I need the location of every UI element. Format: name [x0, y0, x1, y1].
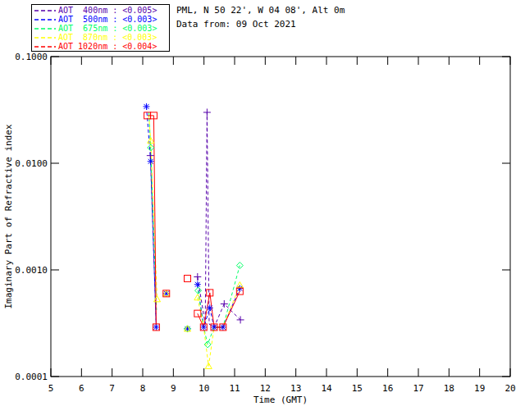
x-tick-label: 13: [290, 383, 301, 394]
marker-asterisk: [148, 158, 154, 165]
legend-entry: AOT 1020nm : <0.004>: [34, 42, 169, 51]
y-tick-label: 0.1000: [15, 52, 48, 62]
x-tick-label: 5: [48, 383, 54, 394]
x-tick-label: 7: [109, 383, 115, 394]
site-info-line: PML, N 50 22', W 04 08', Alt 0m: [176, 3, 345, 17]
x-tick-label: 6: [79, 383, 84, 394]
y-tick-label: 0.0100: [15, 158, 48, 169]
x-tick-label: 11: [229, 383, 240, 394]
marker-asterisk: [194, 281, 201, 288]
marker-asterisk: [211, 324, 217, 331]
legend-line-swatch: [34, 8, 56, 13]
legend-entry: AOT 400nm : <0.005>: [34, 6, 169, 15]
marker-plus: [194, 273, 201, 281]
x-tick-label: 12: [260, 383, 271, 394]
plot-canvas: 5678910111213141516171819200.10000.01000…: [0, 0, 525, 420]
y-tick-label: 0.0001: [15, 372, 48, 382]
legend-label: AOT 870nm : <0.003>: [58, 33, 157, 42]
marker-plus: [237, 316, 244, 323]
plot-header: PML, N 50 22', W 04 08', Alt 0m Data fro…: [176, 3, 345, 31]
legend-entry: AOT 870nm : <0.003>: [34, 33, 169, 42]
x-axis-label: Time (GMT): [253, 395, 308, 405]
x-tick-label: 9: [171, 383, 176, 394]
legend-line-swatch: [34, 17, 56, 22]
x-tick-label: 17: [413, 383, 423, 394]
legend-box: AOT 400nm : <0.005>AOT 500nm : <0.003>AO…: [31, 4, 170, 52]
plot-frame: [51, 57, 510, 377]
x-tick-label: 20: [504, 383, 515, 394]
x-tick-label: 14: [321, 383, 332, 394]
legend-label: AOT 400nm : <0.005>: [58, 6, 157, 15]
date-info-line: Data from: 09 Oct 2021: [176, 17, 345, 31]
marker-asterisk: [153, 324, 159, 331]
marker-asterisk: [143, 103, 149, 110]
legend-label: AOT 675nm : <0.003>: [58, 24, 157, 33]
marker-asterisk: [207, 304, 213, 311]
marker-square: [185, 276, 191, 282]
series-line: [198, 291, 240, 327]
legend-entry: AOT 675nm : <0.003>: [34, 24, 169, 33]
x-tick-label: 19: [474, 383, 485, 394]
y-axis-label: Imaginary Part of Refractive index: [3, 124, 14, 309]
legend-line-swatch: [34, 35, 56, 40]
legend-entry: AOT 500nm : <0.003>: [34, 15, 169, 24]
legend-line-swatch: [34, 44, 56, 49]
x-tick-label: 10: [199, 383, 209, 394]
x-tick-label: 16: [382, 383, 393, 394]
x-tick-label: 15: [352, 383, 363, 394]
series-line: [198, 285, 240, 327]
legend-label: AOT 1020nm : <0.004>: [58, 42, 157, 51]
x-tick-label: 8: [140, 383, 146, 394]
marker-asterisk: [200, 324, 207, 331]
legend-label: AOT 500nm : <0.003>: [58, 15, 157, 24]
marker-asterisk: [220, 324, 226, 331]
series-line: [198, 112, 240, 327]
legend-line-swatch: [34, 26, 56, 31]
y-tick-label: 0.0010: [15, 265, 48, 276]
marker-plus: [203, 108, 211, 116]
aeronet-refractive-index-figure: AOT 400nm : <0.005>AOT 500nm : <0.003>AO…: [0, 0, 525, 420]
marker-square: [194, 310, 201, 317]
x-tick-label: 18: [444, 383, 454, 394]
